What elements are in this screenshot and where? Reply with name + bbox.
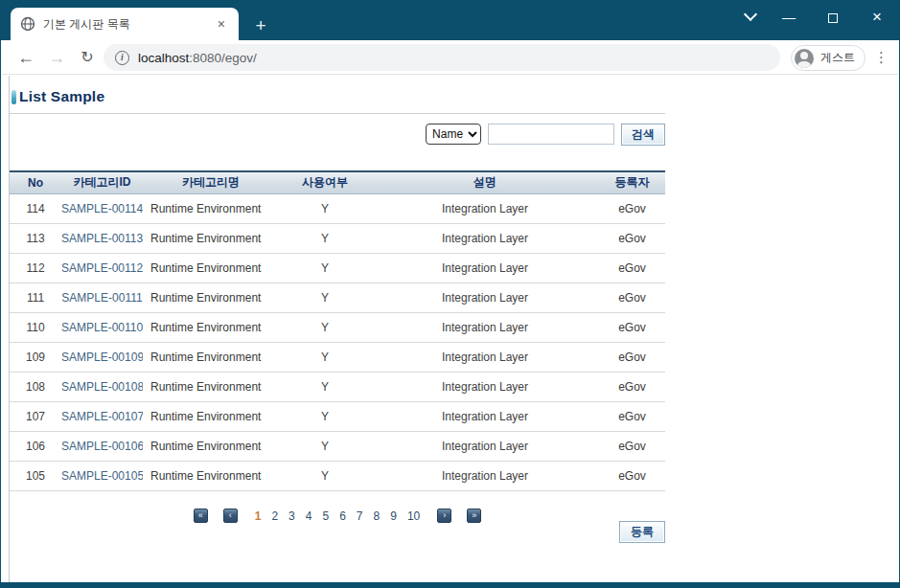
cell-desc: Integration Layer xyxy=(371,461,599,490)
search-input[interactable] xyxy=(488,124,614,145)
header-no: No xyxy=(10,171,61,193)
new-tab-button[interactable]: + xyxy=(251,16,270,35)
cell-id[interactable]: SAMPLE-00106 xyxy=(61,431,143,461)
profile-chip[interactable]: 게스트 xyxy=(791,45,865,71)
search-row: Name 검색 xyxy=(10,124,665,147)
cell-desc: Integration Layer xyxy=(371,253,599,283)
table-body: 114SAMPLE-00114Runtime EnvironmentYInteg… xyxy=(10,193,665,490)
cell-reg: eGov xyxy=(599,431,665,461)
cell-name: Runtime Environment xyxy=(143,342,279,372)
search-button[interactable]: 검색 xyxy=(621,124,665,146)
table-row: 108SAMPLE-00108Runtime EnvironmentYInteg… xyxy=(10,372,665,401)
page-content: List Sample Name 검색 No 카테고리ID 카테고리명 사용여부 xyxy=(2,76,898,582)
cell-reg: eGov xyxy=(599,283,665,312)
avatar-icon xyxy=(795,49,814,68)
page-title: List Sample xyxy=(12,88,104,105)
table-header: No 카테고리ID 카테고리명 사용여부 설명 등록자 xyxy=(10,171,665,193)
url-host: localhost xyxy=(138,51,189,65)
url-text[interactable]: localhost:8080/egov/ xyxy=(138,51,257,65)
cell-no: 112 xyxy=(10,253,61,283)
title-divider xyxy=(10,113,665,114)
cell-no: 105 xyxy=(10,461,61,490)
cell-desc: Integration Layer xyxy=(371,312,599,342)
tab-close-icon[interactable]: × xyxy=(214,16,229,32)
browser-menu-icon[interactable]: ⋮ xyxy=(874,49,888,66)
cell-use: Y xyxy=(279,283,371,312)
cell-reg: eGov xyxy=(599,193,665,223)
cell-name: Runtime Environment xyxy=(143,461,279,490)
cell-desc: Integration Layer xyxy=(371,342,599,372)
cell-name: Runtime Environment xyxy=(143,193,279,223)
tab-strip: 기본 게시판 목록 × + — × xyxy=(1,0,899,40)
page-title-text: List Sample xyxy=(19,88,104,105)
table-row: 113SAMPLE-00113Runtime EnvironmentYInteg… xyxy=(10,223,665,253)
cell-use: Y xyxy=(279,223,371,253)
browser-window: 기본 게시판 목록 × + — × ← → ↻ i localhost:8080… xyxy=(0,0,900,588)
info-icon[interactable]: i xyxy=(115,51,129,65)
browser-tab[interactable]: 기본 게시판 목록 × xyxy=(11,8,239,40)
category-table: No 카테고리ID 카테고리명 사용여부 설명 등록자 114SAMPLE-00… xyxy=(10,170,665,491)
cell-reg: eGov xyxy=(599,461,665,490)
cell-name: Runtime Environment xyxy=(143,401,279,431)
cell-reg: eGov xyxy=(599,312,665,342)
tab-title: 기본 게시판 목록 xyxy=(43,16,214,33)
cell-use: Y xyxy=(279,431,371,461)
cell-desc: Integration Layer xyxy=(371,223,599,253)
cell-id[interactable]: SAMPLE-00111 xyxy=(61,283,143,312)
back-icon[interactable]: ← xyxy=(13,45,38,70)
url-path: :8080/egov/ xyxy=(189,51,257,65)
cell-name: Runtime Environment xyxy=(143,431,279,461)
cell-use: Y xyxy=(279,401,371,431)
header-category-id: 카테고리ID xyxy=(61,171,143,193)
cell-use: Y xyxy=(279,253,371,283)
maximize-button[interactable] xyxy=(811,3,855,32)
cell-desc: Integration Layer xyxy=(371,193,599,223)
cell-name: Runtime Environment xyxy=(143,223,279,253)
cell-use: Y xyxy=(279,193,371,223)
table-row: 109SAMPLE-00109Runtime EnvironmentYInteg… xyxy=(10,342,665,372)
globe-icon xyxy=(20,16,35,32)
table-row: 105SAMPLE-00105Runtime EnvironmentYInteg… xyxy=(10,461,665,490)
search-field-select[interactable]: Name xyxy=(426,124,481,145)
cell-id[interactable]: SAMPLE-00112 xyxy=(61,253,143,283)
cell-name: Runtime Environment xyxy=(143,372,279,401)
cell-reg: eGov xyxy=(599,372,665,401)
cell-use: Y xyxy=(279,342,371,372)
address-bar[interactable]: i localhost:8080/egov/ xyxy=(104,44,780,71)
cell-id[interactable]: SAMPLE-00107 xyxy=(61,401,143,431)
header-description: 설명 xyxy=(371,171,599,193)
cell-no: 108 xyxy=(10,372,61,401)
cell-no: 109 xyxy=(10,342,61,372)
table-row: 112SAMPLE-00112Runtime EnvironmentYInteg… xyxy=(10,253,665,283)
cell-id[interactable]: SAMPLE-00109 xyxy=(61,342,143,372)
cell-reg: eGov xyxy=(599,223,665,253)
forward-icon: → xyxy=(44,45,69,70)
cell-reg: eGov xyxy=(599,342,665,372)
cell-id[interactable]: SAMPLE-00105 xyxy=(61,461,143,490)
cell-no: 114 xyxy=(10,193,61,223)
table-row: 106SAMPLE-00106Runtime EnvironmentYInteg… xyxy=(10,431,665,461)
table-row: 110SAMPLE-00110Runtime EnvironmentYInteg… xyxy=(10,312,665,342)
table-row: 111SAMPLE-00111Runtime EnvironmentYInteg… xyxy=(10,283,665,312)
cell-no: 113 xyxy=(10,223,61,253)
cell-desc: Integration Layer xyxy=(371,283,599,312)
table-row: 114SAMPLE-00114Runtime EnvironmentYInteg… xyxy=(10,193,665,223)
cell-use: Y xyxy=(279,312,371,342)
window-controls: — × xyxy=(767,2,899,33)
minimize-button[interactable]: — xyxy=(767,3,811,32)
cell-no: 107 xyxy=(10,401,61,431)
cell-use: Y xyxy=(279,372,371,401)
cell-id[interactable]: SAMPLE-00110 xyxy=(61,312,143,342)
chevron-down-icon[interactable] xyxy=(742,6,759,23)
cell-name: Runtime Environment xyxy=(143,253,279,283)
close-button[interactable]: × xyxy=(855,3,899,32)
cell-id[interactable]: SAMPLE-00108 xyxy=(61,372,143,401)
register-button[interactable]: 등록 xyxy=(619,521,665,543)
cell-id[interactable]: SAMPLE-00113 xyxy=(61,223,143,253)
reload-icon[interactable]: ↻ xyxy=(75,45,100,70)
cell-id[interactable]: SAMPLE-00114 xyxy=(61,193,143,223)
register-row: 등록 xyxy=(10,521,665,543)
header-use-yn: 사용여부 xyxy=(279,171,371,193)
cell-desc: Integration Layer xyxy=(371,401,599,431)
browser-toolbar: ← → ↻ i localhost:8080/egov/ 게스트 ⋮ xyxy=(2,40,898,75)
